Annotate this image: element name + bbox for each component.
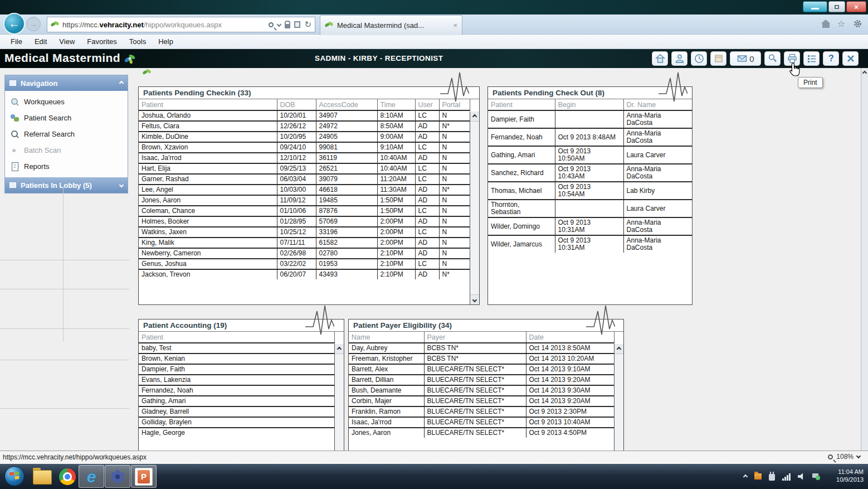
user-icon[interactable] — [671, 51, 688, 66]
table-row[interactable]: Holmes, Booker01/28/95570692:00PMADN — [139, 216, 470, 227]
tray-expand-icon[interactable] — [743, 474, 748, 478]
menu-item-edit[interactable]: Edit — [28, 37, 53, 46]
checkin-scrollbar[interactable] — [470, 112, 479, 304]
column-header-accesscode[interactable]: AccessCode — [316, 99, 377, 110]
table-row[interactable]: Gladney, Barrell — [139, 406, 334, 417]
clock-icon[interactable] — [690, 51, 708, 66]
table-row[interactable]: baby, Test — [139, 343, 334, 354]
taskbar-ie-button[interactable]: e — [79, 465, 104, 488]
sidebar-item-patient-search[interactable]: Patient Search — [5, 110, 128, 126]
table-row[interactable]: Joshua, Orlando10/20/01349078:10AMLCN — [139, 110, 470, 121]
network-icon[interactable] — [812, 473, 820, 480]
eligibility-scrollbar[interactable] — [614, 344, 623, 451]
taskbar-powerpoint-button[interactable]: P — [131, 465, 157, 488]
column-header-name[interactable]: Name — [349, 332, 424, 343]
table-row[interactable]: King, Malik07/11/11615822:00PMADN — [139, 238, 470, 248]
table-row[interactable]: Franklin, RamonBLUECARE/TN SELECT*Oct 9 … — [349, 406, 614, 417]
taskbar-flower-app-button[interactable] — [105, 465, 130, 488]
table-row[interactable]: Watkins, Jaxen10/25/12331962:00PMLCN — [139, 227, 470, 238]
calendar-icon[interactable] — [710, 51, 727, 66]
menu-item-view[interactable]: View — [53, 37, 81, 46]
table-row[interactable]: Brown, Xzavion09/24/10990819:10AMLCN — [139, 142, 470, 153]
table-row[interactable]: Coleman, Chance01/10/06878761:50PMLCN — [139, 206, 470, 216]
tray-app-icon[interactable] — [754, 473, 762, 480]
table-row[interactable]: Gathing, AmariOct 9 2013 10:50AMLaura Ca… — [488, 146, 692, 164]
sidebar-item-batch-scan[interactable]: Batch Scan — [5, 142, 128, 158]
sidebar-item-reports[interactable]: Reports — [5, 158, 128, 175]
zoom-control[interactable]: 108% — [828, 453, 860, 461]
taskbar-chrome-button[interactable] — [55, 465, 80, 488]
search-icon[interactable] — [269, 22, 274, 27]
table-row[interactable]: Genus, Joshua03/22/02019532:10PMLCN — [139, 259, 470, 269]
table-row[interactable]: Wilder, DomingoOct 9 2013 10:31AMAnna-Ma… — [488, 217, 692, 235]
start-button[interactable] — [4, 466, 25, 486]
search-dropdown-icon[interactable] — [277, 23, 281, 26]
menu-item-favorites[interactable]: Favorites — [81, 37, 123, 46]
table-row[interactable]: Jones, AaronBLUECARE/TN SELECT*Oct 9 201… — [349, 428, 614, 438]
back-button[interactable]: ← — [3, 13, 25, 35]
power-icon[interactable] — [769, 474, 775, 481]
scroll-down-icon[interactable] — [470, 294, 479, 304]
browser-tab[interactable]: Medical Mastermind (sad... × — [320, 15, 462, 35]
sidebar-item-workqueues[interactable]: Workqueues — [5, 94, 128, 110]
sidebar-item-referral-search[interactable]: Referral Search — [5, 126, 128, 142]
taskbar-explorer-button[interactable] — [29, 465, 55, 488]
window-minimize-button[interactable] — [803, 1, 827, 12]
column-header-user[interactable]: User — [415, 99, 439, 110]
accounting-scrollbar[interactable] — [334, 344, 344, 451]
favorites-star-icon[interactable]: ☆ — [837, 20, 845, 28]
sidebar-header-navigation[interactable]: Navigation — [5, 75, 128, 91]
column-header-dr-name[interactable]: Dr. Name — [623, 99, 692, 110]
home-icon[interactable] — [822, 23, 830, 28]
table-row[interactable]: Hart, Elija09/25/132652110:40AMLCN — [139, 163, 470, 174]
table-row[interactable]: Sanchez, RichardOct 9 2013 10:43AMAnna-M… — [488, 164, 692, 182]
table-row[interactable]: Garner, Rashad06/03/043907911:20AMLCN — [139, 174, 470, 185]
tools-gear-icon[interactable] — [853, 19, 862, 28]
column-header-patient[interactable]: Patient — [139, 99, 277, 110]
mail-icon[interactable]: 0 — [729, 51, 762, 66]
table-row[interactable]: Brown, Kenian — [139, 354, 334, 364]
scroll-up-icon[interactable] — [335, 344, 344, 354]
taskbar-clock[interactable]: 11:04 AM 10/9/2013 — [836, 468, 864, 483]
table-row[interactable]: Newberry, Cameron02/26/98027802:10PMADN — [139, 248, 470, 259]
address-bar[interactable]: https://mcc.vehracity.net/hippo/workqueu… — [47, 17, 315, 32]
table-row[interactable]: Thomas, MichaelOct 9 2013 10:54AMLab Kir… — [488, 182, 692, 200]
table-row[interactable]: Evans, Lakenzia — [139, 375, 334, 385]
menu-item-tools[interactable]: Tools — [123, 37, 152, 46]
scroll-up-icon[interactable] — [470, 112, 479, 122]
table-row[interactable]: Barrett, DillianBLUECARE/TN SELECT*Oct 1… — [349, 375, 614, 385]
worklist-icon[interactable] — [803, 51, 820, 66]
table-row[interactable]: Fernandez, NoahOct 9 2013 8:48AMAnna-Mar… — [488, 128, 692, 146]
table-row[interactable]: Dampier, FaithAnna-Maria DaCosta — [488, 110, 692, 128]
menu-item-help[interactable]: Help — [152, 37, 179, 46]
forward-button[interactable]: → — [26, 17, 41, 31]
close-app-icon[interactable] — [842, 51, 859, 66]
table-row[interactable]: Barrett, AlexBLUECARE/TN SELECT*Oct 14 2… — [349, 364, 614, 375]
table-row[interactable]: Jones, Aaron11/09/12194851:50PMADN — [139, 195, 470, 206]
column-header-portal[interactable]: Portal — [439, 99, 470, 110]
scroll-up-icon[interactable] — [615, 344, 623, 354]
scroll-up-icon[interactable] — [862, 71, 867, 75]
table-row[interactable]: Golliday, Braylen — [139, 417, 334, 428]
column-header-time[interactable]: Time — [377, 99, 415, 110]
tab-close-icon[interactable]: × — [453, 21, 457, 30]
home-icon[interactable] — [651, 51, 669, 66]
table-row[interactable]: Day, AubreyBCBS TN*Oct 14 2013 8:50AM — [349, 343, 614, 354]
table-row[interactable]: Hagle, George — [139, 428, 334, 438]
volume-icon[interactable] — [798, 473, 805, 480]
table-row[interactable]: Gathing, Amari — [139, 396, 334, 406]
help-icon[interactable]: ? — [822, 51, 840, 66]
table-row[interactable]: Corbin, MajerBLUECARE/TN SELECT*Oct 14 2… — [349, 396, 614, 406]
window-restore-button[interactable] — [828, 1, 845, 12]
menu-item-file[interactable]: File — [4, 37, 28, 46]
column-header-payer[interactable]: Payer — [424, 332, 526, 343]
table-row[interactable]: Dampier, Faith — [139, 364, 334, 375]
table-row[interactable]: Lee, Angel10/03/004661811:30AMADN* — [139, 185, 470, 195]
table-row[interactable]: Feltus, Ciara12/26/12249728:50AMADN* — [139, 121, 470, 132]
table-row[interactable]: Kimble, DuOine10/20/95249059:00AMADN — [139, 132, 470, 142]
table-row[interactable]: Jackson, Trevon06/20/07434932:10PMADN* — [139, 269, 470, 279]
window-close-button[interactable]: × — [846, 1, 866, 12]
table-row[interactable]: Fernandez, Noah — [139, 385, 334, 396]
column-header-date[interactable]: Date — [526, 332, 614, 343]
column-header-dob[interactable]: DOB — [277, 99, 316, 110]
